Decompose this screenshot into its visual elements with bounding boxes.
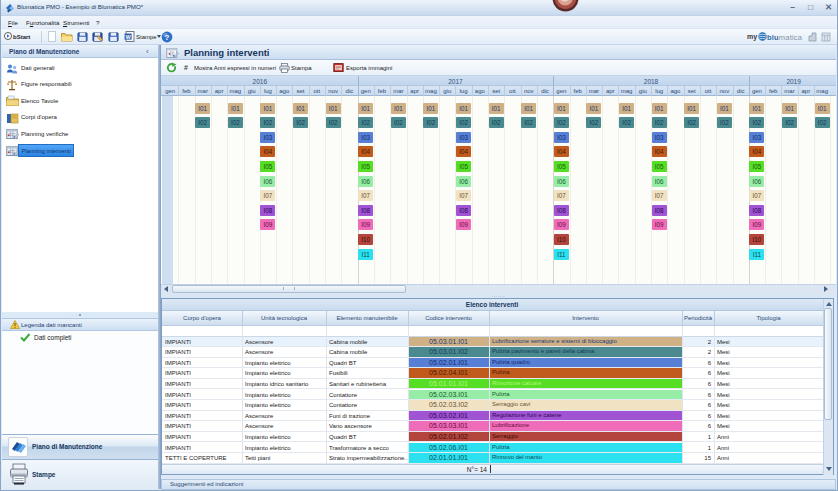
svg-text:W: W xyxy=(125,34,131,40)
svg-text:?: ? xyxy=(165,32,170,41)
